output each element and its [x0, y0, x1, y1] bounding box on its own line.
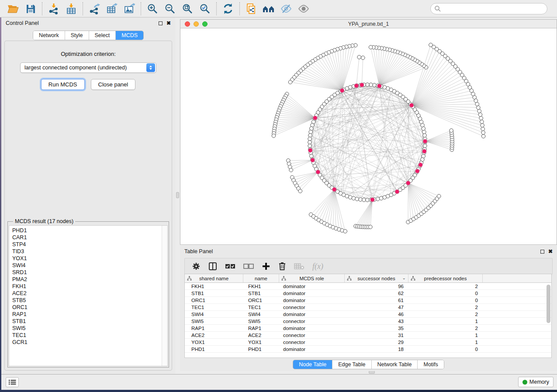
- network-canvas[interactable]: [180, 28, 557, 244]
- add-button[interactable]: [262, 262, 270, 271]
- ring-node[interactable]: [308, 144, 312, 148]
- sort-descending-icon[interactable]: ⌄: [402, 275, 406, 280]
- result-item[interactable]: SRD1: [9, 269, 167, 276]
- column-header-name[interactable]: name: [243, 274, 279, 282]
- ring-node[interactable]: [369, 83, 373, 87]
- ring-node[interactable]: [366, 198, 370, 202]
- table-row[interactable]: ORC1ORC1dominator610: [185, 297, 551, 304]
- table-cell[interactable]: YOX1: [243, 339, 279, 345]
- ring-node[interactable]: [310, 127, 314, 131]
- show-panels-button[interactable]: [6, 377, 19, 387]
- selected-hub-node[interactable]: [316, 170, 320, 174]
- result-scrollbar[interactable]: [162, 226, 167, 366]
- hide-selected-button[interactable]: [277, 1, 295, 16]
- table-cell[interactable]: SWI4: [243, 311, 279, 317]
- tab-style[interactable]: Style: [65, 31, 89, 40]
- table-row[interactable]: YOX1YOX1connector291: [185, 339, 551, 346]
- network-edge[interactable]: [379, 66, 424, 86]
- tab-network[interactable]: Network: [33, 31, 65, 40]
- network-edge[interactable]: [295, 172, 318, 183]
- ring-node[interactable]: [422, 130, 426, 134]
- show-all-button[interactable]: [295, 1, 312, 16]
- table-row[interactable]: STB1STB1dominator620: [185, 290, 551, 297]
- leaf-node[interactable]: [478, 113, 482, 117]
- selected-hub-node[interactable]: [313, 116, 318, 120]
- table-row[interactable]: TEC1TEC1connector472: [185, 304, 551, 311]
- function-builder-button[interactable]: f(x): [312, 262, 323, 271]
- ring-node[interactable]: [366, 83, 370, 87]
- divider-handle[interactable]: [176, 192, 179, 198]
- table-cell[interactable]: ACE2: [243, 332, 279, 338]
- leaf-node[interactable]: [298, 189, 302, 193]
- table-cell[interactable]: 0: [408, 290, 483, 296]
- network-edge[interactable]: [379, 60, 415, 86]
- leaf-node[interactable]: [481, 127, 485, 131]
- export-table-button[interactable]: [103, 1, 121, 16]
- settings-gear-button[interactable]: [192, 262, 201, 271]
- table-cell[interactable]: 0: [408, 346, 483, 352]
- selected-hub-node[interactable]: [423, 139, 427, 144]
- network-edge[interactable]: [425, 141, 452, 145]
- first-neighbors-button[interactable]: [260, 1, 277, 16]
- result-item[interactable]: PHD1: [9, 227, 167, 234]
- delete-table-button[interactable]: [294, 263, 304, 270]
- network-edge[interactable]: [290, 160, 313, 167]
- leaf-node[interactable]: [429, 43, 433, 47]
- table-cell[interactable]: dominator: [279, 311, 345, 317]
- network-window-titlebar[interactable]: YPA_prune.txt_1: [180, 20, 557, 28]
- table-cell[interactable]: dominator: [279, 346, 345, 352]
- table-cell[interactable]: connector: [279, 318, 345, 324]
- table-cell[interactable]: FKH1: [185, 283, 243, 289]
- table-cell[interactable]: dominator: [279, 325, 345, 331]
- result-item[interactable]: RAP1: [9, 311, 167, 318]
- network-edge[interactable]: [334, 189, 342, 230]
- table-cell[interactable]: STB1: [185, 290, 243, 296]
- network-edge[interactable]: [425, 141, 452, 150]
- result-item[interactable]: ACE2: [9, 290, 167, 297]
- delete-button[interactable]: [278, 262, 286, 271]
- network-edge[interactable]: [342, 45, 356, 91]
- result-item[interactable]: TID3: [9, 248, 167, 255]
- close-table-panel-icon[interactable]: ✖: [548, 250, 553, 254]
- leaf-node[interactable]: [477, 106, 481, 110]
- tab-node-table[interactable]: Node Table: [293, 360, 332, 369]
- selected-hub-node[interactable]: [395, 189, 399, 194]
- selected-hub-node[interactable]: [406, 181, 411, 186]
- table-cell[interactable]: SWI4: [185, 311, 243, 317]
- network-edge[interactable]: [425, 133, 452, 141]
- result-item[interactable]: ORC1: [9, 304, 167, 311]
- table-cell[interactable]: ACE2: [185, 332, 243, 338]
- network-from-selection-button[interactable]: [242, 1, 260, 16]
- network-edge[interactable]: [316, 169, 344, 195]
- leaf-node[interactable]: [481, 131, 485, 134]
- table-cell[interactable]: 35: [345, 325, 408, 331]
- table-cell[interactable]: 2: [408, 283, 483, 289]
- table-row[interactable]: SWI5SWI5connector431: [185, 318, 551, 325]
- tab-select[interactable]: Select: [89, 31, 116, 40]
- network-edge[interactable]: [379, 62, 419, 86]
- zoom-selected-button[interactable]: [196, 1, 214, 16]
- ring-node[interactable]: [423, 134, 427, 138]
- ring-node[interactable]: [359, 198, 363, 202]
- ring-node[interactable]: [362, 198, 366, 202]
- open-file-button[interactable]: [4, 1, 22, 16]
- table-cell[interactable]: 31: [345, 332, 408, 338]
- network-edge[interactable]: [425, 137, 452, 141]
- ring-node[interactable]: [376, 197, 380, 201]
- table-cell[interactable]: STB1: [243, 290, 279, 296]
- network-edge[interactable]: [412, 84, 468, 105]
- result-item[interactable]: STP4: [9, 241, 167, 248]
- tab-mcds[interactable]: MCDS: [116, 31, 143, 40]
- selected-hub-node[interactable]: [332, 187, 337, 192]
- result-item[interactable]: TEC1: [9, 332, 167, 339]
- tab-motifs[interactable]: Motifs: [418, 360, 443, 369]
- save-session-button[interactable]: [22, 1, 39, 16]
- selected-hub-node[interactable]: [360, 83, 364, 87]
- network-edge[interactable]: [298, 172, 318, 189]
- network-edge[interactable]: [356, 200, 373, 227]
- selected-hub-node[interactable]: [409, 103, 414, 107]
- result-item[interactable]: STB5: [9, 297, 167, 304]
- table-cell[interactable]: 29: [345, 339, 408, 345]
- network-edge[interactable]: [412, 45, 431, 105]
- run-mcds-button[interactable]: Run MCDS: [41, 79, 85, 90]
